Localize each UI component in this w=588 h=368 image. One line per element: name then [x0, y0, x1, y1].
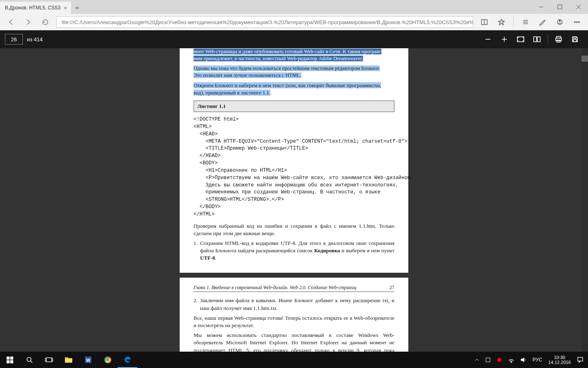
svg-marker-45 [521, 358, 524, 362]
network-icon[interactable] [505, 352, 517, 368]
more-button[interactable] [569, 14, 585, 30]
list-item: 2. Заключим имя файла в кавычки. Иначе Б… [194, 297, 394, 312]
chapter-title: Глава 1. Введение в современный Web-диза… [194, 284, 356, 291]
nav-forward-button[interactable] [20, 14, 36, 30]
page-total: из 414 [27, 36, 43, 43]
tray-expand-icon[interactable] [472, 352, 482, 368]
svg-rect-32 [46, 358, 52, 362]
page-header: Глава 1. Введение в современный Web-диза… [194, 284, 394, 292]
svg-point-14 [579, 22, 579, 22]
task-view-button[interactable] [39, 352, 59, 368]
svg-point-44 [511, 362, 512, 363]
svg-rect-36 [65, 357, 68, 359]
svg-line-31 [31, 361, 32, 363]
svg-rect-33 [45, 359, 46, 361]
close-tab-icon[interactable]: × [64, 5, 67, 11]
svg-text:W: W [86, 358, 91, 363]
body-text: Мы можем использовать стандартно поставл… [194, 332, 394, 352]
tab-title: В.Дронов. HTML5, CSS3 [5, 5, 61, 11]
minimize-button[interactable] [532, 0, 550, 14]
clock-date: 14.12.2016 [548, 360, 571, 365]
body-text: Проверим набранный код на ошибки и сохра… [194, 222, 394, 237]
hub-button[interactable] [518, 14, 533, 30]
window-controls [532, 0, 588, 14]
system-tray: РУС 10:30 14.12.2016 [472, 352, 588, 368]
start-button[interactable] [0, 352, 20, 368]
taskbar: W РУС 10:30 14.12.2016 [0, 352, 588, 368]
pdf-toolbar: из 414 [0, 30, 588, 48]
nav-back-button[interactable] [3, 14, 19, 30]
body-text: Однако мы пока что будем пользоваться пр… [194, 65, 394, 79]
clock[interactable]: 10:30 14.12.2016 [545, 355, 574, 365]
svg-rect-25 [573, 40, 577, 42]
language-indicator[interactable]: РУС [530, 352, 545, 368]
url-field[interactable]: file:///C:/Users/Александра/Google%20Дис… [56, 16, 473, 28]
fit-page-button[interactable] [512, 30, 529, 48]
search-button[interactable] [20, 352, 39, 368]
listing-header: Листинг 1.1 [194, 101, 394, 112]
zoom-out-button[interactable] [480, 30, 496, 48]
print-button[interactable] [550, 30, 567, 48]
body-text: Откроем Блокнот и наберем в нем текст (и… [194, 82, 394, 96]
volume-icon[interactable] [517, 352, 530, 368]
svg-point-12 [575, 22, 575, 22]
page-view-button[interactable] [529, 30, 545, 48]
svg-rect-28 [7, 360, 10, 364]
svg-rect-20 [537, 37, 540, 42]
web-note-button[interactable] [535, 14, 550, 30]
browser-tab[interactable]: В.Дронов. HTML5, CSS3 × [0, 2, 71, 14]
browser-chrome: В.Дронов. HTML5, CSS3 × ＋ file:///C:/Use… [0, 0, 588, 30]
action-center-icon[interactable] [574, 352, 586, 368]
svg-point-43 [497, 358, 501, 362]
svg-point-11 [559, 20, 561, 22]
close-window-button[interactable] [569, 0, 588, 14]
clock-time: 10:30 [554, 355, 566, 360]
reading-view-button[interactable] [477, 14, 492, 30]
save-button[interactable] [567, 30, 583, 48]
share-button[interactable] [552, 14, 568, 30]
svg-marker-6 [499, 19, 504, 25]
pdf-page-26: следят за правильностью расстановки тего… [180, 48, 408, 273]
scrollbar[interactable] [581, 48, 588, 352]
list-item: 1. Сохраним HTML-код в кодировке UTF-8. … [194, 240, 394, 262]
scrollbar-thumb[interactable] [581, 56, 588, 62]
svg-rect-1 [558, 5, 562, 9]
url-text: file:///C:/Users/Александра/Google%20Дис… [62, 19, 473, 25]
body-text: Все, наша первая Web-страница готова! Те… [194, 314, 394, 329]
address-bar: file:///C:/Users/Александра/Google%20Дис… [0, 14, 588, 30]
svg-rect-26 [7, 357, 10, 360]
svg-rect-27 [10, 357, 13, 360]
page-number-input[interactable] [5, 34, 23, 45]
svg-rect-29 [10, 360, 13, 364]
pdf-viewport[interactable]: следят за правильностью расстановки тего… [0, 48, 588, 352]
chrome-button[interactable] [98, 352, 118, 368]
nav-refresh-button[interactable] [38, 14, 53, 30]
tray-icon[interactable] [494, 352, 505, 368]
svg-rect-46 [578, 357, 583, 361]
page-number: 27 [390, 284, 394, 291]
zoom-in-button[interactable] [496, 30, 512, 48]
code-listing: <!DOCTYPE html> <HTML> <HEAD> <META HTTP… [194, 116, 394, 218]
body-text: следят за правильностью расстановки тего… [194, 48, 394, 63]
file-explorer-button[interactable] [59, 352, 78, 368]
new-tab-button[interactable]: ＋ [71, 2, 83, 14]
svg-rect-19 [534, 37, 537, 42]
separator [513, 17, 514, 27]
svg-point-30 [27, 357, 31, 361]
separator [548, 35, 548, 44]
svg-rect-22 [556, 38, 561, 41]
svg-rect-34 [52, 359, 53, 361]
pdf-pages: следят за правильностью расстановки тего… [180, 48, 408, 335]
tab-bar: В.Дронов. HTML5, CSS3 × ＋ [0, 0, 588, 14]
favorite-button[interactable] [494, 14, 509, 30]
edge-button[interactable] [118, 352, 137, 368]
svg-point-13 [577, 22, 577, 22]
pdf-page-27: Глава 1. Введение в современный Web-диза… [180, 278, 408, 352]
word-button[interactable]: W [78, 352, 98, 368]
svg-rect-42 [486, 358, 490, 362]
svg-rect-24 [574, 37, 576, 38]
maximize-button[interactable] [550, 0, 569, 14]
tray-icon[interactable] [482, 352, 494, 368]
